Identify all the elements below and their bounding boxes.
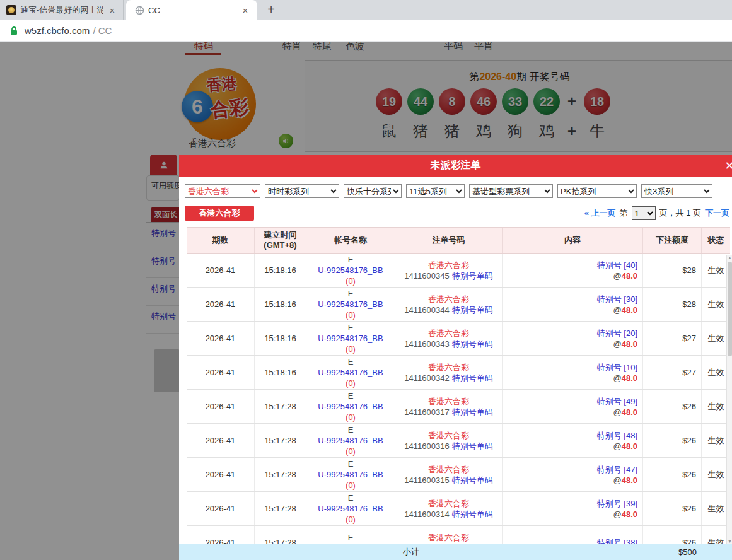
tab-cc[interactable]: CC ×: [126, 0, 257, 20]
time-cell: 15:18:16: [255, 254, 306, 287]
content-cell: 特别号 [40] @48.0: [503, 254, 643, 287]
tab-tongbao[interactable]: 通宝-信誉最好的网上游戏平 ×: [0, 0, 124, 20]
content-cell: 特别号 [30] @48.0: [503, 288, 643, 321]
table-scrollbar[interactable]: ▲ ▼: [726, 255, 732, 544]
time-cell: 15:17:28: [255, 458, 306, 491]
next-page-link[interactable]: 下一页: [705, 207, 729, 219]
table-row: 2026-41 15:18:16 E U-992548176_BB (0) 香港…: [187, 254, 730, 288]
scroll-down-icon[interactable]: ▼: [727, 539, 732, 544]
scrollbar-thumb[interactable]: [728, 262, 732, 356]
lottery-series-select[interactable]: 基诺型彩票系列: [469, 184, 553, 198]
pick-link[interactable]: 特别号 [10]: [597, 362, 637, 373]
lottery-series-select[interactable]: 快3系列: [641, 184, 712, 198]
time-cell: 15:18:16: [255, 288, 306, 321]
time-cell: 15:17:28: [255, 390, 306, 423]
account-link[interactable]: U-992548176_BB: [318, 265, 383, 276]
table-row: 2026-41 15:17:28 E U-992548176_BB (0) 香港…: [187, 458, 730, 492]
content-cell: 特别号 [48] @48.0: [503, 424, 643, 457]
url-path: / CC: [93, 25, 112, 36]
period-cell: 2026-41: [187, 322, 255, 355]
lottery-series-select[interactable]: 香港六合彩: [185, 184, 260, 198]
account-link[interactable]: U-992548176_BB: [318, 469, 383, 480]
order-cell: 香港六合彩 1411600317特别号单码: [395, 390, 503, 423]
column-header: 状态: [702, 228, 730, 253]
lock-icon: [9, 26, 19, 36]
account-link[interactable]: U-992548176_BB: [318, 503, 383, 514]
table-body: 2026-41 15:18:16 E U-992548176_BB (0) 香港…: [187, 254, 730, 560]
content-cell: 特别号 [47] @48.0: [503, 458, 643, 491]
order-type-link[interactable]: 特别号单码: [452, 441, 493, 451]
pick-link[interactable]: 特别号 [39]: [597, 498, 637, 509]
amount-cell: $28: [643, 288, 702, 321]
table-row: 2026-41 15:17:28 E U-992548176_BB (0) 香港…: [187, 492, 730, 526]
lottery-series-select[interactable]: 快乐十分系列: [344, 184, 402, 198]
page-label-after: 页，共 1 页: [659, 207, 701, 219]
close-icon[interactable]: ✕: [723, 159, 732, 173]
account-cell: E U-992548176_BB (0): [306, 458, 395, 491]
globe-icon: [135, 6, 144, 15]
modal-toolbar: 香港六合彩 « 上一页 第 1 页，共 1 页 下一页: [179, 206, 732, 221]
pick-link[interactable]: 特别号 [40]: [597, 260, 637, 271]
time-cell: 15:18:16: [255, 356, 306, 389]
lottery-series-select[interactable]: 时时彩系列: [265, 184, 339, 198]
account-link[interactable]: U-992548176_BB: [318, 333, 383, 344]
subtotal-label: 小计: [179, 546, 643, 557]
scroll-up-icon[interactable]: ▲: [727, 255, 732, 260]
pick-link[interactable]: 特别号 [48]: [597, 430, 637, 441]
account-link[interactable]: U-992548176_BB: [318, 435, 383, 446]
column-header: 内容: [503, 228, 643, 253]
new-tab-button[interactable]: +: [264, 3, 279, 18]
account-link[interactable]: U-992548176_BB: [318, 299, 383, 310]
content-cell: 特别号 [39] @48.0: [503, 492, 643, 525]
order-type-link[interactable]: 特别号单码: [452, 271, 493, 281]
tab-close-icon[interactable]: ×: [240, 5, 251, 16]
page-select[interactable]: 1: [632, 206, 656, 220]
time-cell: 15:17:28: [255, 492, 306, 525]
pick-link[interactable]: 特别号 [20]: [597, 328, 637, 339]
order-type-link[interactable]: 特别号单码: [452, 373, 493, 383]
time-cell: 15:18:16: [255, 322, 306, 355]
modal-header: 未派彩注单 ✕: [179, 155, 732, 177]
order-type-link[interactable]: 特别号单码: [452, 475, 493, 485]
amount-cell: $26: [643, 458, 702, 491]
account-cell: E U-992548176_BB (0): [306, 492, 395, 525]
unsettled-bets-modal: 未派彩注单 ✕ 香港六合彩时时彩系列快乐十分系列11选5系列基诺型彩票系列PK拾…: [179, 155, 732, 560]
amount-cell: $26: [643, 492, 702, 525]
order-cell: 香港六合彩 1411600345特别号单码: [395, 254, 503, 287]
bets-table: 期数 建立时间(GMT+8) 帐号名称 注单号码 内容 下注额度 状态 2026…: [187, 227, 730, 560]
pick-link[interactable]: 特别号 [47]: [597, 464, 637, 475]
lottery-tab-button[interactable]: 香港六合彩: [185, 206, 254, 221]
period-cell: 2026-41: [187, 390, 255, 423]
account-link[interactable]: U-992548176_BB: [318, 401, 383, 412]
pagination: « 上一页 第 1 页，共 1 页 下一页: [584, 206, 729, 220]
content-cell: 特别号 [20] @48.0: [503, 322, 643, 355]
account-cell: E U-992548176_BB (0): [306, 254, 395, 287]
time-cell: 15:17:28: [255, 424, 306, 457]
order-cell: 香港六合彩 1411600315特别号单码: [395, 458, 503, 491]
amount-cell: $27: [643, 322, 702, 355]
prev-page-link[interactable]: « 上一页: [584, 207, 616, 219]
order-type-link[interactable]: 特别号单码: [452, 339, 493, 349]
order-type-link[interactable]: 特别号单码: [452, 510, 493, 519]
tab-close-icon[interactable]: ×: [107, 5, 118, 16]
browser-window: 通宝-信誉最好的网上游戏平 × CC × + w5zf.cbcfo.com / …: [0, 0, 732, 560]
lottery-series-select[interactable]: 11选5系列: [406, 184, 465, 198]
column-header: 注单号码: [395, 228, 503, 253]
account-cell: E U-992548176_BB (0): [306, 322, 395, 355]
address-bar[interactable]: w5zf.cbcfo.com / CC: [0, 20, 732, 42]
order-type-link[interactable]: 特别号单码: [452, 407, 493, 417]
account-link[interactable]: U-992548176_BB: [318, 367, 383, 378]
period-cell: 2026-41: [187, 254, 255, 287]
subtotal-amount: $500: [643, 547, 702, 557]
tongbao-favicon: [6, 5, 16, 15]
period-cell: 2026-41: [187, 492, 255, 525]
column-header: 下注额度: [643, 228, 702, 253]
order-type-link[interactable]: 特别号单码: [452, 305, 493, 315]
pick-link[interactable]: 特别号 [49]: [597, 396, 637, 407]
pick-link[interactable]: 特别号 [30]: [597, 294, 637, 305]
modal-title: 未派彩注单: [431, 159, 481, 172]
account-cell: E U-992548176_BB (0): [306, 390, 395, 423]
lottery-series-select[interactable]: PK拾系列: [557, 184, 637, 198]
period-cell: 2026-41: [187, 424, 255, 457]
table-row: 2026-41 15:17:28 E U-992548176_BB (0) 香港…: [187, 424, 730, 458]
